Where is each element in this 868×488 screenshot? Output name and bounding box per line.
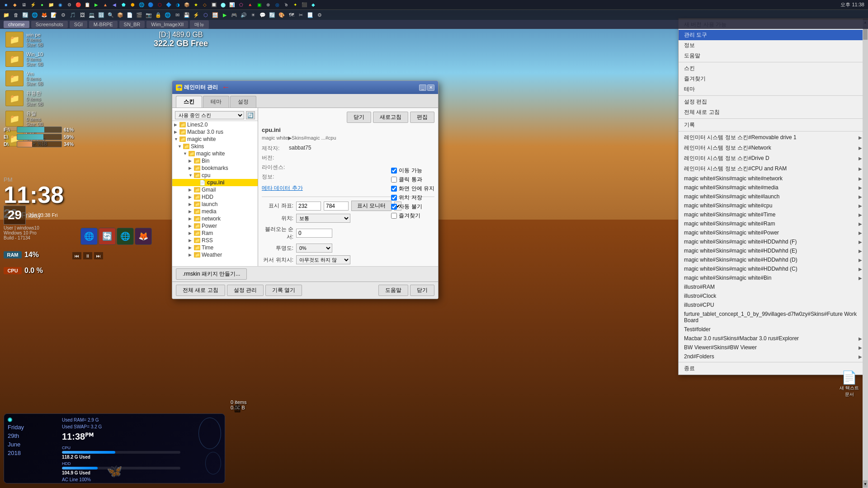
ctx-item-skins[interactable]: 스킨 (679, 63, 868, 74)
system-icon-29[interactable]: ▣ (255, 1, 263, 9)
ctx-item-illustro-cpu[interactable]: illustro#CPU (679, 300, 868, 310)
tree-item-macbar[interactable]: ▶ 📁 Macbar 3.0 rus (172, 128, 258, 136)
tree-item-lines[interactable]: ▶ 📁 Lines2.0 (172, 121, 258, 128)
dialog-edit-top-btn[interactable]: 편집 (410, 112, 434, 123)
desktop-icon-win10[interactable]: 📁 Win_10 0 items Size: 0B (4, 50, 49, 68)
tree-refresh-btn[interactable]: 🔄 (246, 111, 255, 119)
ctx-item-test-folder[interactable]: Test#folder (679, 325, 868, 334)
system-icon-4[interactable]: ⚡ (29, 1, 37, 9)
app-icon-cfg[interactable]: ⚙ (315, 10, 324, 19)
app-icon-browser2[interactable]: 🦊 (40, 10, 49, 19)
dialog-tab-settings[interactable]: 설정 (230, 96, 256, 108)
ctx-item-rm-removable[interactable]: 레인미터 시스템 정보 스킨#Removable drive 1 ▶ (679, 132, 868, 143)
system-icon-11[interactable]: ▶ (92, 1, 100, 9)
ctx-item-info[interactable]: 정보 (679, 40, 868, 51)
tree-item-cpuini[interactable]: 📄 cpu.ini (172, 179, 258, 186)
tree-item-media[interactable]: ▶ 📁 media (172, 208, 258, 215)
btn-open-log[interactable]: 기록 열기 (265, 285, 302, 296)
pos-x-input[interactable] (296, 202, 321, 211)
app-icon-explorer[interactable]: 📁 (2, 10, 11, 19)
dialog-tab-theme[interactable]: 테마 (203, 96, 229, 108)
system-icon-25[interactable]: ⬤ (219, 1, 227, 9)
tab-screenshots[interactable]: Screenshots (31, 21, 68, 28)
app-icon-cut[interactable]: ✂ (296, 10, 305, 19)
app-icon-term[interactable]: 💻 (87, 10, 96, 19)
app-icon-chrome[interactable]: 🌐 (30, 10, 39, 19)
system-icon-32[interactable]: 🖱 (282, 1, 290, 9)
media-next-btn[interactable]: ⏭ (94, 252, 103, 259)
app-icon-img[interactable]: 🖼 (78, 10, 87, 19)
ctx-item-edit-settings[interactable]: 설정 편집 (679, 97, 868, 107)
ctx-item-rm-cpu-ram[interactable]: 레인미터 시스템 정보 스킨#CPU and RAM ▶ (679, 164, 868, 174)
tree-item-gmail[interactable]: ▶ 📁 Gmail (172, 186, 258, 193)
app-icon-calc[interactable]: 🔢 (97, 10, 106, 19)
check-fav[interactable] (391, 213, 397, 219)
system-icon-6[interactable]: 📁 (47, 1, 55, 9)
tree-item-rss[interactable]: ▶ 📁 RSS (172, 237, 258, 244)
app-icon-tools[interactable]: ⚙ (59, 10, 68, 19)
ctx-item-furture[interactable]: furture_tablet_concept_1_0_by_99villages… (679, 310, 868, 325)
tab-chrome[interactable]: chrome (4, 21, 29, 28)
ctx-item-help[interactable]: 도움말 (679, 51, 868, 61)
tab-mbrpe[interactable]: M-BRPE (89, 21, 118, 28)
tree-item-skins[interactable]: ▼ 📁 Skins (172, 143, 258, 150)
app-icon-sound[interactable]: 🔊 (239, 10, 248, 19)
system-icon-24[interactable]: 🔲 (210, 1, 218, 9)
system-icon-22[interactable]: ★ (192, 1, 200, 9)
ctx-item-mw-network[interactable]: magic white#Skins#magic white#network ▶ (679, 174, 868, 183)
pos-monitor-btn[interactable]: 표시 모니터 (351, 201, 392, 211)
tab-sgi[interactable]: SGI (70, 21, 87, 28)
dialog-close-btn[interactable]: ✕ (427, 84, 434, 91)
tree-select[interactable]: 사용 중인 스킨 (175, 111, 244, 119)
system-icon-21[interactable]: 📦 (183, 1, 191, 9)
system-icon-28[interactable]: 🔺 (246, 1, 254, 9)
app-icon-bright[interactable]: ☀ (249, 10, 258, 19)
system-icon-18[interactable]: ⬡ (156, 1, 164, 9)
ctx-item-mw-hddc[interactable]: magic white#Skins#magic white#HDDwhhd (C… (679, 264, 868, 273)
app-icon-recycle[interactable]: 🗑 (11, 10, 20, 19)
app-icon-search[interactable]: 🔍 (106, 10, 115, 19)
app-icon-paint[interactable]: 🎨 (277, 10, 286, 19)
ctx-item-refresh-all[interactable]: 전체 새로 고침 (679, 107, 868, 117)
ctx-item-mw-hddd[interactable]: magic white#Skins#magic white#HDDwhhd (D… (679, 255, 868, 264)
pos-y-input[interactable] (324, 202, 349, 211)
ctx-item-mw-ram[interactable]: magic white#Skins#magic white#Ram ▶ (679, 219, 868, 228)
system-icon-27[interactable]: ⬠ (237, 1, 245, 9)
app-icon-cam[interactable]: 📷 (144, 10, 153, 19)
tree-item-bin[interactable]: ▶ 📁 Bin (172, 157, 258, 164)
tree-item-weather[interactable]: ▶ 📁 Weather (172, 251, 258, 258)
pos-alpha-dropdown[interactable]: 0% (296, 244, 332, 253)
ctx-item-mw-hdde[interactable]: magic white#Skins#magic white#HDDwhhd (E… (679, 246, 868, 255)
app-icon-notes[interactable]: 📝 (49, 10, 58, 19)
app-icon-disk[interactable]: 💾 (182, 10, 191, 19)
check-auto[interactable] (391, 204, 397, 210)
ctx-item-mw-cpu[interactable]: magic white#Skins#magic white#cpu ▶ (679, 201, 868, 210)
desktop-icon-useful[interactable]: 📁 유용한 0 items Size: 0B (4, 89, 49, 108)
recycle-bin[interactable]: 🗑 (231, 401, 245, 416)
system-icon-16[interactable]: 🌐 (137, 1, 146, 9)
ctx-item-mw-bin[interactable]: magic white#Skins#magic white#Bin ▶ (679, 273, 868, 282)
check-keep[interactable] (391, 186, 397, 192)
media-prev-btn[interactable]: ⏮ (72, 252, 81, 259)
app-icon-media[interactable]: 🎵 (68, 10, 77, 19)
app-thumb-2[interactable]: 🔄 (99, 228, 116, 245)
tab-snbr[interactable]: SN_BR (119, 21, 145, 28)
ctx-item-macbar-explorer[interactable]: Macbar 3.0 rus#Skins#Macbar 3.0 rus#Expl… (679, 334, 868, 343)
system-icon-1[interactable]: ■ (2, 1, 10, 9)
btn-close-dialog[interactable]: 닫기 (410, 285, 434, 296)
app-icon-map[interactable]: 🗺 (287, 10, 296, 19)
ctx-item-mw-hddf[interactable]: magic white#Skins#magic white#HDDwhhd (F… (679, 237, 868, 246)
tree-item-power[interactable]: ▶ 📁 Power (172, 222, 258, 230)
app-icon-vid[interactable]: 🎬 (135, 10, 144, 19)
tree-item-ram[interactable]: ▶ 📁 Ram (172, 230, 258, 237)
pos-value-dropdown[interactable]: 보통 (296, 214, 350, 223)
tab-menu[interactable]: 매뉴 (190, 20, 209, 29)
app-icon-bt[interactable]: ⬡ (201, 10, 210, 19)
system-icon-17[interactable]: 🔵 (146, 1, 155, 9)
btn-help[interactable]: 도움말 (378, 285, 408, 296)
system-icon-31[interactable]: ◎ (273, 1, 281, 9)
system-icon-35[interactable]: ◆ (309, 1, 317, 9)
app-icon-win[interactable]: 🪟 (211, 10, 220, 19)
check-click[interactable] (391, 177, 397, 183)
new-text-doc[interactable]: 📄 새 텍스트문서 (840, 370, 859, 398)
